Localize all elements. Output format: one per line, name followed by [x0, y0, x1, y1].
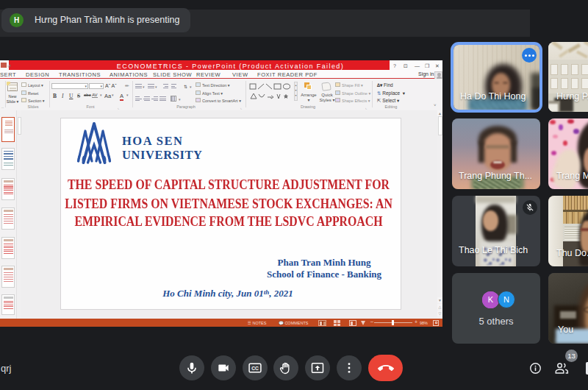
svg-text:CC: CC [251, 366, 259, 371]
